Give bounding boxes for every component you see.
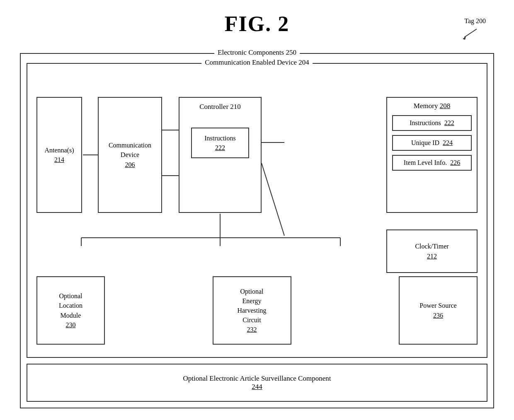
svg-line-0 [464,29,477,37]
instructions-inner-box: Instructions 222 [191,128,249,158]
energy-box: Optional Energy Harvesting Circuit 232 [213,276,291,345]
tag-label: Tag 200 [464,17,486,25]
controller-label: Controller 210 [199,103,241,111]
memory-item-uniqueid: Unique ID 224 [392,135,472,151]
location-box: Optional Location Module 230 [36,276,105,345]
eas-box: Optional Electronic Article Surveillance… [27,364,487,402]
clock-box: Clock/Timer 212 [386,229,478,273]
comm-enabled-box: Communication Enabled Device 204 [27,63,487,358]
eas-label: Optional Electronic Article Surveillance… [183,374,331,391]
comm-device-box: Communication Device 206 [98,97,162,213]
power-box: Power Source 236 [399,276,478,345]
memory-item-instructions: Instructions 222 [392,115,472,131]
outer-label: Electronic Components 250 [214,48,300,57]
antenna-label: Antenna(s) 214 [44,145,74,164]
memory-item-itemlevel: Item Level Info. 226 [392,155,472,171]
power-label: Power Source 236 [419,301,456,320]
bottom-modules: Optional Location Module 230 Optional En… [36,272,478,349]
clock-label: Clock/Timer 212 [415,241,449,261]
antenna-box: Antenna(s) 214 [36,97,82,213]
location-label: Optional Location Module 230 [59,291,82,330]
memory-label: Memory 208 [392,102,472,110]
instructions-label: Instructions 222 [195,133,245,152]
outer-box: Electronic Components 250 Optional Elect… [20,53,494,408]
svg-line-6 [262,163,284,236]
tag-arrow [461,28,482,42]
comm-enabled-label: Communication Enabled Device 204 [201,58,313,67]
controller-box: Controller 210 Instructions 222 [179,97,262,213]
page-title: FIG. 2 [0,0,514,43]
energy-label: Optional Energy Harvesting Circuit 232 [237,287,266,335]
memory-box: Memory 208 Instructions 222 Unique ID 22… [386,97,478,213]
comm-device-label: Communication Device 206 [109,140,151,169]
